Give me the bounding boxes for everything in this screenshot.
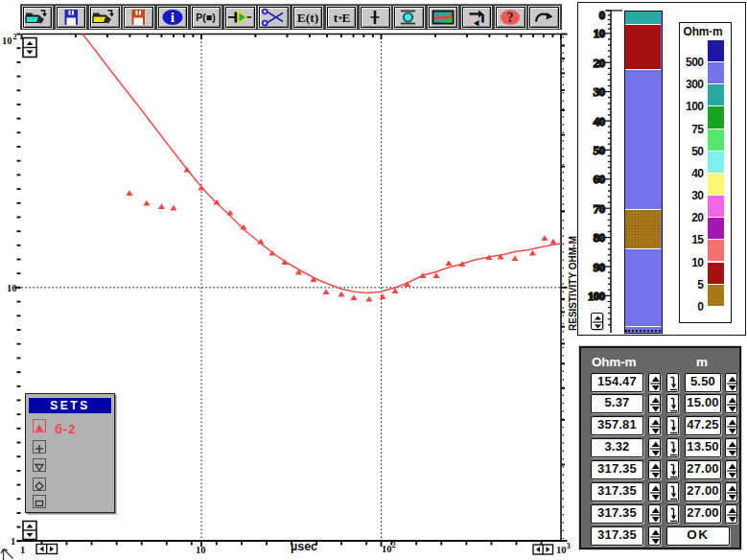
svg-text:10: 10 <box>7 283 17 293</box>
svg-text:1: 1 <box>11 536 15 547</box>
svg-text:10: 10 <box>382 544 392 554</box>
svg-text:70: 70 <box>594 201 606 216</box>
svg-text:60: 60 <box>594 172 606 186</box>
svg-text:3: 3 <box>567 541 571 550</box>
svg-text:10: 10 <box>196 545 206 555</box>
svg-text:10: 10 <box>556 545 567 555</box>
svg-text:E(t): E(t) <box>296 11 318 25</box>
svg-text:100: 100 <box>588 289 606 303</box>
svg-text:20: 20 <box>594 56 606 70</box>
svg-text:10: 10 <box>594 26 606 40</box>
svg-text:2: 2 <box>13 32 17 41</box>
svg-text:50: 50 <box>594 143 606 157</box>
svg-text:2: 2 <box>392 540 396 549</box>
svg-text:90: 90 <box>594 260 606 274</box>
svg-text:P(■): P(■) <box>196 12 215 23</box>
svg-text:i: i <box>171 11 175 25</box>
svg-text:?: ? <box>507 11 514 25</box>
svg-text:E: E <box>341 11 350 25</box>
svg-text:30: 30 <box>594 84 606 99</box>
svg-text:0: 0 <box>599 8 606 22</box>
svg-text:40: 40 <box>594 114 606 128</box>
svg-text:1: 1 <box>20 545 25 555</box>
svg-text:80: 80 <box>594 230 606 245</box>
svg-text:10: 10 <box>2 35 12 46</box>
svg-text:µsec: µsec <box>291 540 317 553</box>
